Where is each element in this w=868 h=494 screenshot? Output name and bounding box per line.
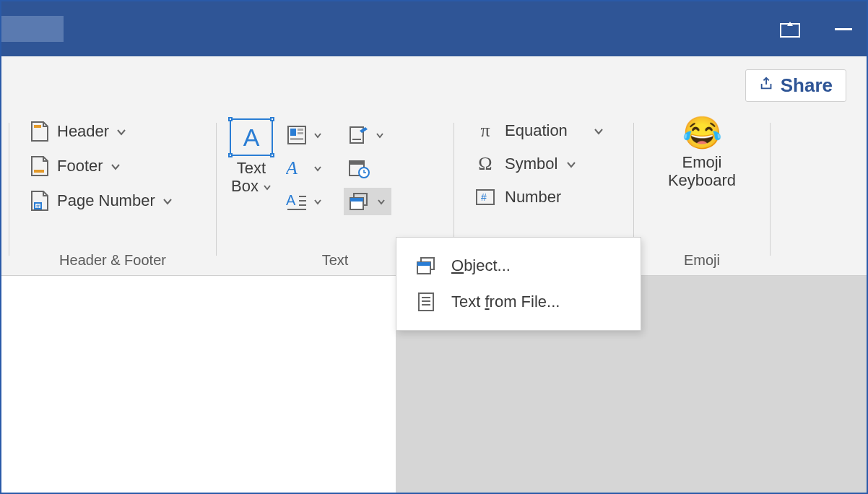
emoji-icon: 😂 [682, 117, 722, 149]
symbol-button[interactable]: Ω Symbol [467, 150, 611, 178]
menu-item-label: Text from File... [451, 292, 560, 311]
equation-icon: π [474, 120, 496, 142]
menu-item-label: Object... [451, 256, 511, 275]
drop-cap-button[interactable]: A [282, 188, 326, 215]
emoji-keyboard-button[interactable]: 😂 Emoji Keyboard [656, 117, 747, 190]
object-icon [415, 255, 437, 277]
group-emoji: 😂 Emoji Keyboard Emoji [637, 117, 767, 276]
svg-rect-8 [298, 132, 303, 134]
quick-parts-icon [286, 124, 308, 146]
title-bar [1, 1, 867, 56]
document-page[interactable] [1, 276, 396, 493]
svg-rect-2 [34, 170, 44, 173]
svg-text:A: A [286, 158, 298, 178]
chevron-down-icon [313, 162, 322, 175]
svg-rect-14 [350, 161, 364, 165]
page-number-button[interactable]: # Page Number [22, 186, 180, 215]
emoji-label-2: Keyboard [668, 171, 736, 189]
header-button[interactable]: Header [22, 117, 180, 146]
chevron-down-icon [116, 122, 126, 141]
svg-rect-28 [417, 262, 430, 266]
object-dropdown-button[interactable] [344, 188, 391, 215]
share-icon [759, 74, 775, 97]
chevron-down-icon [110, 157, 121, 176]
wordart-icon: A [286, 157, 308, 179]
text-box-button[interactable]: A Text Box [230, 118, 273, 196]
svg-text:#: # [481, 191, 487, 203]
number-button[interactable]: # Number [467, 183, 611, 211]
chevron-down-icon [162, 191, 173, 210]
minimize-icon[interactable] [835, 28, 852, 30]
footer-label: Footer [57, 157, 103, 176]
share-label: Share [781, 74, 833, 97]
signature-icon [348, 124, 370, 146]
signature-line-button[interactable] [344, 121, 391, 149]
svg-rect-6 [290, 129, 296, 136]
header-icon [30, 120, 50, 143]
text-box-icon: A [230, 118, 273, 156]
footer-button[interactable]: Footer [22, 152, 180, 181]
menu-item-object[interactable]: Object... [402, 248, 635, 284]
object-dropdown-menu: Object... Text from File... [396, 237, 641, 331]
group-header-footer: Header Footer # Page Numb [12, 117, 213, 276]
chevron-down-icon [313, 195, 322, 208]
emoji-label-1: Emoji [682, 153, 721, 171]
svg-text:#: # [36, 203, 40, 210]
equation-button[interactable]: π Equation [467, 117, 611, 144]
chevron-down-icon [594, 121, 604, 140]
chevron-down-icon [263, 177, 272, 195]
page-number-icon: # [30, 189, 50, 212]
svg-rect-23 [350, 198, 363, 202]
header-label: Header [57, 122, 109, 141]
number-icon: # [474, 186, 496, 208]
page-number-label: Page Number [57, 191, 155, 210]
svg-text:A: A [286, 192, 296, 208]
date-time-button[interactable] [344, 155, 391, 182]
chevron-down-icon [377, 195, 386, 208]
menu-item-text-from-file[interactable]: Text from File... [402, 284, 635, 320]
group-label: Header & Footer [12, 252, 213, 276]
number-label: Number [505, 188, 561, 207]
chevron-down-icon [376, 129, 384, 142]
group-label: Emoji [637, 252, 767, 276]
share-button[interactable]: Share [745, 69, 846, 102]
ribbon: Share Header [1, 56, 867, 276]
svg-rect-9 [290, 138, 303, 140]
symbol-label: Symbol [505, 155, 557, 173]
drop-cap-icon: A [286, 191, 308, 212]
svg-rect-10 [350, 127, 363, 143]
wordart-button[interactable]: A [282, 155, 326, 182]
svg-rect-1 [34, 125, 41, 128]
title-left-block [1, 16, 64, 42]
date-time-icon [348, 157, 370, 179]
chevron-down-icon [313, 129, 322, 142]
object-icon [348, 191, 370, 212]
equation-label: Equation [505, 121, 568, 140]
text-file-icon [415, 291, 437, 313]
ribbon-display-options-icon[interactable] [780, 20, 800, 38]
text-box-label-2: Box [231, 177, 259, 195]
chevron-down-icon [566, 155, 576, 173]
quick-parts-button[interactable] [282, 121, 326, 149]
symbol-icon: Ω [474, 153, 496, 175]
svg-rect-7 [298, 129, 303, 131]
text-box-label-1: Text [237, 159, 266, 177]
footer-icon [30, 155, 50, 178]
